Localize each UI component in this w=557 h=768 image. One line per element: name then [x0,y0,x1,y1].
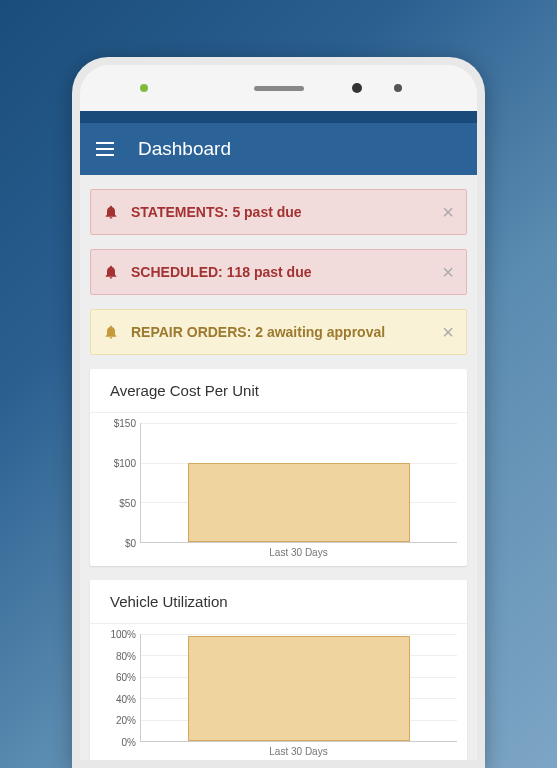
chart-body: 100% 80% 60% 40% 20% 0% [90,624,467,760]
phone-screen: Dashboard STATEMENTS: 5 past due × SCHED… [80,65,477,760]
close-icon[interactable]: × [442,262,454,282]
chart-title: Vehicle Utilization [90,580,467,624]
alert-scheduled[interactable]: SCHEDULED: 118 past due × [90,249,467,295]
y-tick-label: $0 [125,538,136,549]
page-title: Dashboard [138,138,231,160]
proximity-sensor [394,84,402,92]
phone-hardware-top [80,65,477,111]
chart-plot-area: $150 $100 $50 $0 [100,423,457,543]
y-tick-label: 20% [116,715,136,726]
y-tick-label: 0% [122,737,136,748]
chart-body: $150 $100 $50 $0 Last 30 Days [90,413,467,566]
alert-statements[interactable]: STATEMENTS: 5 past due × [90,189,467,235]
close-icon[interactable]: × [442,322,454,342]
alert-label: SCHEDULED: 118 past due [131,264,312,280]
y-tick-label: 80% [116,650,136,661]
alert-repair-orders[interactable]: REPAIR ORDERS: 2 awaiting approval × [90,309,467,355]
hamburger-menu-icon[interactable] [96,142,114,156]
y-axis: 100% 80% 60% 40% 20% 0% [100,634,140,742]
y-tick-label: $100 [114,457,136,468]
chart-title: Average Cost Per Unit [90,369,467,413]
chart-cost-per-unit: Average Cost Per Unit $150 $100 $50 $0 [90,369,467,566]
led-indicator [140,84,148,92]
front-camera [352,83,362,93]
bell-icon [103,324,119,340]
close-icon[interactable]: × [442,202,454,222]
plot-region [140,634,457,742]
plot-region [140,423,457,543]
status-bar [80,111,477,123]
speaker-grille [254,86,304,91]
y-tick-label: 100% [110,629,136,640]
y-tick-label: $50 [119,497,136,508]
y-tick-label: $150 [114,418,136,429]
chart-plot-area: 100% 80% 60% 40% 20% 0% [100,634,457,742]
y-tick-label: 40% [116,693,136,704]
bar [188,463,409,542]
alert-label: REPAIR ORDERS: 2 awaiting approval [131,324,385,340]
dashboard-content: STATEMENTS: 5 past due × SCHEDULED: 118 … [80,175,477,760]
bell-icon [103,264,119,280]
x-axis-label: Last 30 Days [100,742,457,757]
y-tick-label: 60% [116,672,136,683]
bar [188,636,409,741]
phone-frame: Dashboard STATEMENTS: 5 past due × SCHED… [72,57,485,768]
bell-icon [103,204,119,220]
app-header: Dashboard [80,123,477,175]
x-axis-label: Last 30 Days [100,543,457,558]
chart-vehicle-utilization: Vehicle Utilization 100% 80% 60% 40% 20%… [90,580,467,760]
alert-label: STATEMENTS: 5 past due [131,204,302,220]
y-axis: $150 $100 $50 $0 [100,423,140,543]
